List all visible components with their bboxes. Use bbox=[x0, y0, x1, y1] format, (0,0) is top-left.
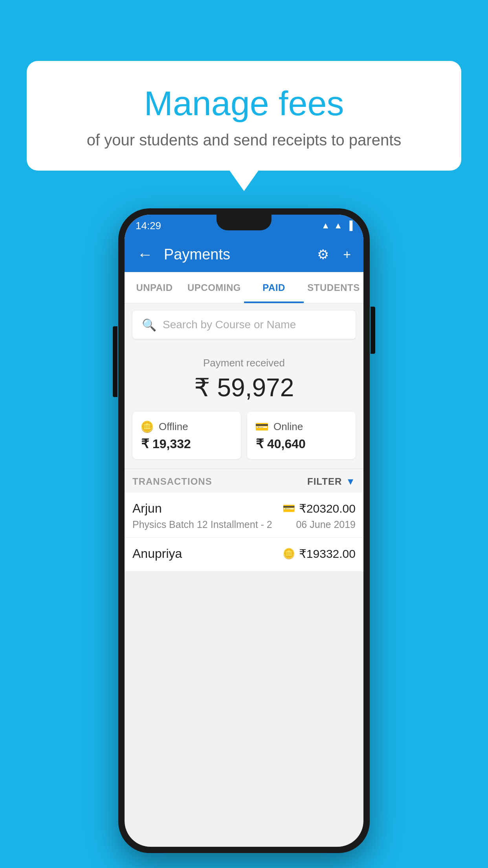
transaction-name: Anupriya bbox=[132, 546, 182, 561]
transaction-row-bottom: Physics Batch 12 Installment - 2 06 June… bbox=[132, 519, 356, 530]
transaction-list: Arjun 💳 ₹20320.00 Physics Batch 12 Insta… bbox=[125, 493, 363, 572]
offline-card-header: 🪙 Offline bbox=[140, 420, 188, 433]
tab-students[interactable]: STUDENTS bbox=[304, 272, 363, 303]
transactions-header: TRANSACTIONS FILTER ▼ bbox=[125, 469, 363, 493]
status-icons: ▲ ▲ ▐ bbox=[321, 221, 352, 231]
offline-amount: ₹ 19,332 bbox=[140, 436, 191, 451]
transaction-amount-wrap: 🪙 ₹19332.00 bbox=[283, 547, 356, 561]
phone-screen: 14:29 ▲ ▲ ▐ ← Payments ⚙ + UNPAID UPCOMI… bbox=[125, 215, 363, 847]
online-card-header: 💳 Online bbox=[255, 420, 303, 433]
online-card: 💳 Online ₹ 40,640 bbox=[247, 412, 356, 459]
offline-icon: 🪙 bbox=[140, 420, 154, 433]
transaction-name: Arjun bbox=[132, 501, 162, 516]
tab-upcoming[interactable]: UPCOMING bbox=[184, 272, 244, 303]
online-amount: ₹ 40,640 bbox=[255, 436, 306, 451]
tab-unpaid[interactable]: UNPAID bbox=[125, 272, 184, 303]
search-bar[interactable]: 🔍 Search by Course or Name bbox=[132, 311, 356, 339]
bubble-title: Manage fees bbox=[50, 85, 438, 123]
top-bar: ← Payments ⚙ + bbox=[125, 237, 363, 272]
phone-notch bbox=[216, 215, 272, 230]
payment-section: Payment received ₹ 59,972 bbox=[125, 346, 363, 412]
filter-icon: ▼ bbox=[346, 476, 356, 487]
online-label: Online bbox=[273, 421, 303, 433]
table-row[interactable]: Arjun 💳 ₹20320.00 Physics Batch 12 Insta… bbox=[125, 493, 363, 538]
speech-bubble: Manage fees of your students and send re… bbox=[27, 61, 461, 171]
transaction-amount-wrap: 💳 ₹20320.00 bbox=[283, 502, 356, 515]
search-container: 🔍 Search by Course or Name bbox=[125, 303, 363, 346]
offline-label: Offline bbox=[159, 421, 188, 433]
online-icon: 💳 bbox=[255, 420, 269, 433]
transaction-row-top: Anupriya 🪙 ₹19332.00 bbox=[132, 546, 356, 561]
search-input[interactable]: Search by Course or Name bbox=[163, 318, 296, 331]
phone-mockup: 14:29 ▲ ▲ ▐ ← Payments ⚙ + UNPAID UPCOMI… bbox=[118, 208, 370, 853]
tab-paid[interactable]: PAID bbox=[244, 272, 304, 303]
bubble-subtitle: of your students and send receipts to pa… bbox=[50, 131, 438, 149]
transaction-amount: ₹19332.00 bbox=[299, 547, 356, 561]
cards-row: 🪙 Offline ₹ 19,332 💳 Online ₹ 40,640 bbox=[125, 412, 363, 469]
battery-icon: ▐ bbox=[346, 221, 352, 231]
wifi-icon: ▲ bbox=[321, 221, 330, 231]
signal-icon: ▲ bbox=[334, 221, 343, 231]
search-icon: 🔍 bbox=[142, 318, 156, 332]
transaction-type-offline-icon: 🪙 bbox=[283, 548, 295, 560]
status-time: 14:29 bbox=[136, 220, 161, 232]
filter-button[interactable]: FILTER ▼ bbox=[307, 476, 356, 487]
add-button[interactable]: + bbox=[340, 244, 354, 265]
gear-button[interactable]: ⚙ bbox=[314, 243, 332, 265]
phone-outer: 14:29 ▲ ▲ ▐ ← Payments ⚙ + UNPAID UPCOMI… bbox=[118, 208, 370, 853]
transaction-date: 06 June 2019 bbox=[296, 519, 356, 530]
transactions-label: TRANSACTIONS bbox=[132, 476, 212, 487]
tab-bar: UNPAID UPCOMING PAID STUDENTS bbox=[125, 272, 363, 303]
payment-label: Payment received bbox=[132, 357, 356, 369]
transaction-amount: ₹20320.00 bbox=[299, 502, 356, 515]
transaction-desc: Physics Batch 12 Installment - 2 bbox=[132, 519, 272, 530]
transaction-row-top: Arjun 💳 ₹20320.00 bbox=[132, 501, 356, 516]
speech-bubble-container: Manage fees of your students and send re… bbox=[27, 61, 461, 171]
offline-card: 🪙 Offline ₹ 19,332 bbox=[132, 412, 241, 459]
table-row[interactable]: Anupriya 🪙 ₹19332.00 bbox=[125, 538, 363, 572]
payment-amount: ₹ 59,972 bbox=[132, 373, 356, 402]
filter-label: FILTER bbox=[307, 476, 342, 487]
page-title: Payments bbox=[164, 246, 306, 263]
back-button[interactable]: ← bbox=[134, 243, 156, 267]
transaction-type-online-icon: 💳 bbox=[283, 502, 295, 515]
